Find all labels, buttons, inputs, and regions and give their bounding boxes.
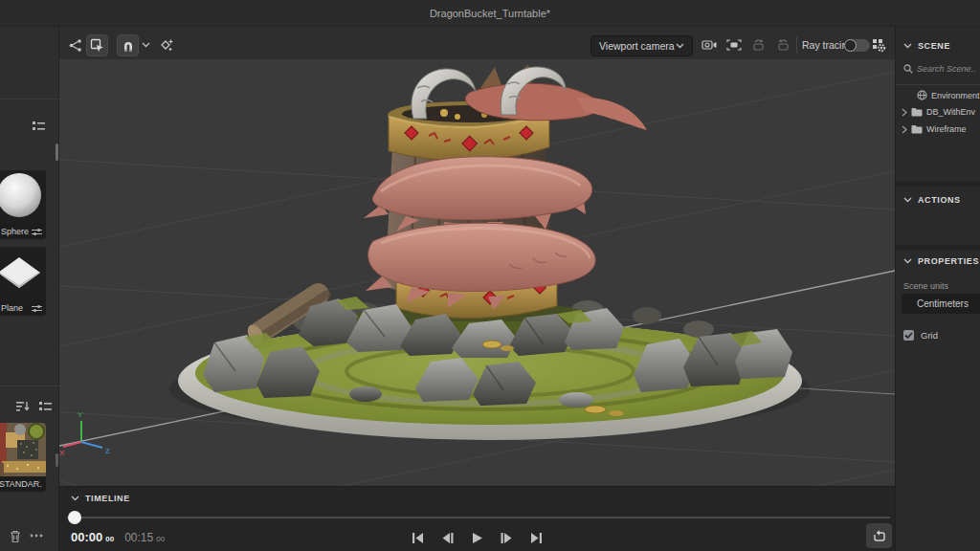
- axis-gizmo: Y X Z: [59, 410, 110, 457]
- chevron-right-icon: [902, 125, 907, 134]
- camera-selector-dropdown[interactable]: Viewport camera: [590, 35, 693, 56]
- asset-card-sphere[interactable]: Sphere: [0, 170, 46, 239]
- left-panel-scrollbar-lower[interactable]: [56, 453, 58, 467]
- grid-checkbox-label: Grid: [921, 330, 938, 341]
- sphere-thumbnail: [0, 170, 46, 224]
- left-assets-panel: Sphere Plane: [0, 27, 59, 551]
- asset-label: Plane: [1, 303, 23, 313]
- add-camera-icon[interactable]: [702, 38, 717, 52]
- next-frame-button[interactable]: [499, 529, 516, 546]
- toggle-knob: [844, 39, 857, 52]
- scene-item-wireframe[interactable]: Wireframe: [902, 124, 980, 134]
- scene-section-header[interactable]: SCENE: [903, 41, 950, 51]
- chevron-down-icon[interactable]: [142, 42, 150, 48]
- divider: [896, 84, 980, 85]
- more-options-icon[interactable]: [30, 534, 43, 538]
- viewport-toolbar: Viewport camera: [59, 27, 895, 59]
- chevron-down-icon: [903, 43, 912, 49]
- material-card-standard[interactable]: STANDAR...: [0, 423, 46, 492]
- chevron-down-icon: [71, 496, 79, 501]
- folder-icon: [911, 107, 923, 117]
- scene-item-environment[interactable]: Environment: [902, 90, 980, 100]
- scene-units-label: Scene units: [903, 281, 948, 291]
- scene-units-value: Centimeters: [917, 298, 969, 309]
- playback-controls: [59, 529, 895, 546]
- grid-checkbox[interactable]: [903, 330, 914, 341]
- scene-search-input[interactable]: [917, 64, 976, 74]
- divider: [796, 36, 797, 54]
- left-panel-scrollbar[interactable]: [56, 143, 58, 161]
- axis-label-y: Y: [78, 410, 83, 419]
- render-settings-icon[interactable]: [872, 38, 886, 53]
- properties-header-label: PROPERTIES: [918, 256, 979, 266]
- timeline-track[interactable]: [67, 517, 890, 518]
- apply-material-icon[interactable]: [159, 38, 173, 53]
- document-title: DragonBucket_Turntable*: [430, 8, 550, 19]
- stager-app: DragonBucket_Turntable* Sphere: [0, 0, 980, 551]
- axis-label-z: Z: [105, 447, 110, 455]
- timeline-panel: TIMELINE 00:00 00 00:15 00: [59, 486, 895, 551]
- section-separator: [896, 182, 980, 187]
- divider: [0, 99, 59, 99]
- frame-camera-icon[interactable]: [726, 38, 742, 52]
- scene-item-label: DB_WithEnv: [926, 107, 975, 117]
- skip-to-start-button[interactable]: [410, 529, 427, 546]
- tune-sliders-icon[interactable]: [32, 228, 42, 236]
- trash-icon[interactable]: [10, 530, 21, 543]
- chevron-down-icon: [903, 197, 912, 203]
- snap-magnet-tool-button[interactable]: [117, 34, 139, 56]
- folder-icon: [911, 124, 923, 134]
- actions-section-header[interactable]: ACTIONS: [903, 195, 961, 205]
- material-thumbnail: [0, 423, 46, 476]
- scene-item-db-withenv[interactable]: DB_WithEnv: [902, 107, 980, 117]
- divider: [0, 386, 59, 386]
- globe-icon: [917, 90, 927, 100]
- viewport-3d[interactable]: Y X Z: [59, 59, 895, 486]
- check-icon: [904, 332, 913, 339]
- loop-icon: [873, 530, 886, 542]
- play-button[interactable]: [469, 529, 486, 546]
- properties-section-header[interactable]: PROPERTIES: [903, 256, 979, 266]
- asset-label: Sphere: [1, 227, 29, 236]
- chevron-down-icon: [676, 43, 684, 49]
- asset-card-plane[interactable]: Plane: [0, 247, 46, 316]
- actions-header-label: ACTIONS: [918, 195, 961, 205]
- chevron-down-icon: [903, 258, 912, 264]
- material-label: STANDAR...: [0, 479, 42, 489]
- camera-next-icon-disabled: [775, 38, 791, 52]
- playhead-handle[interactable]: [68, 511, 81, 524]
- search-icon: [903, 64, 913, 74]
- loop-playback-button[interactable]: [866, 523, 892, 548]
- timeline-header[interactable]: TIMELINE: [71, 494, 130, 503]
- previous-frame-button[interactable]: [439, 529, 457, 546]
- timeline-title: TIMELINE: [85, 494, 130, 503]
- axis-label-x: X: [59, 449, 65, 457]
- ray-tracing-toggle[interactable]: [844, 39, 870, 52]
- title-bar: DragonBucket_Turntable*: [0, 0, 980, 27]
- list-view-icon[interactable]: [38, 400, 53, 413]
- list-view-icon[interactable]: [32, 120, 46, 133]
- camera-selector-value: Viewport camera: [599, 40, 675, 52]
- scene-item-label: Wireframe: [926, 124, 967, 134]
- tune-sliders-icon[interactable]: [32, 304, 42, 313]
- viewport-canvas[interactable]: Y X Z: [59, 59, 895, 486]
- scene-units-select[interactable]: Centimeters: [902, 294, 980, 314]
- section-separator: [896, 245, 980, 250]
- scene-header-label: SCENE: [918, 41, 950, 51]
- camera-prev-icon-disabled: [751, 38, 767, 52]
- scene-item-label: Environment: [931, 91, 980, 100]
- sort-icon[interactable]: [16, 400, 30, 412]
- share-node-icon[interactable]: [69, 39, 82, 52]
- scene-search[interactable]: [903, 64, 978, 74]
- grid-toggle-row: Grid: [903, 330, 938, 341]
- chevron-right-icon: [902, 108, 907, 117]
- skip-to-end-button[interactable]: [528, 529, 546, 546]
- plane-thumbnail: [0, 247, 46, 300]
- right-inspector-panel: SCENE Environment DB_WithEnv Wireframe A…: [895, 27, 980, 551]
- select-transform-tool-button[interactable]: [86, 34, 108, 56]
- model-dragon-bucket[interactable]: [169, 64, 811, 440]
